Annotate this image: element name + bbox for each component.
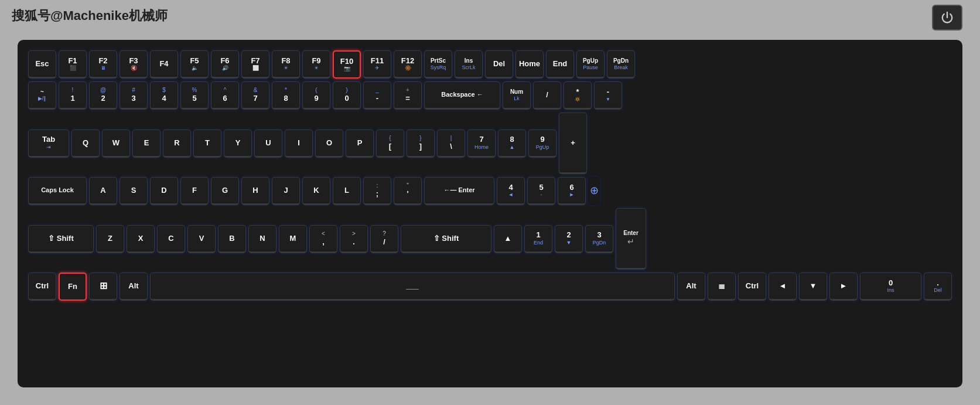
key-b[interactable]: B — [218, 225, 246, 253]
key-w[interactable]: W — [102, 130, 130, 158]
key-u[interactable]: U — [254, 130, 282, 158]
key-num2[interactable]: 2 ▼ — [555, 225, 583, 253]
key-f6[interactable]: F6 🔊 — [211, 50, 239, 79]
key-ctrl-l[interactable]: Ctrl — [28, 273, 56, 301]
key-rbracket[interactable]: } ] — [407, 130, 435, 158]
key-5[interactable]: % 5 — [180, 81, 209, 110]
key-num-slash[interactable]: / — [533, 81, 561, 110]
key-esc[interactable]: Esc — [28, 50, 56, 79]
key-numlk[interactable]: Num Lk — [503, 81, 531, 110]
key-l[interactable]: L — [333, 177, 361, 205]
key-backslash[interactable]: | \ — [437, 130, 465, 158]
key-left[interactable]: ◄ — [769, 273, 797, 301]
key-d[interactable]: D — [150, 177, 178, 205]
key-z[interactable]: Z — [96, 225, 124, 253]
key-f5[interactable]: F5 🔈 — [180, 50, 209, 79]
key-right[interactable]: ► — [829, 273, 858, 301]
key-quote[interactable]: " ' — [394, 177, 422, 205]
key-fn[interactable]: Fn — [59, 273, 87, 301]
key-8[interactable]: * 8 — [272, 81, 300, 110]
key-num9[interactable]: 9 PgUp — [528, 130, 556, 158]
key-f8[interactable]: F8 ☀ — [272, 50, 300, 79]
key-num0[interactable]: 0 Ins — [860, 273, 921, 301]
key-num1[interactable]: 1 End — [524, 225, 552, 253]
key-end[interactable]: End — [546, 50, 574, 79]
key-r[interactable]: R — [163, 130, 191, 158]
key-pgup[interactable]: PgUp Pause — [576, 50, 605, 79]
key-down[interactable]: ▼ — [799, 273, 827, 301]
key-q[interactable]: Q — [71, 130, 100, 158]
key-a[interactable]: A — [89, 177, 117, 205]
key-tilde[interactable]: ~ ▶/‖ — [28, 81, 56, 110]
key-num5[interactable]: 5 - — [527, 177, 555, 205]
key-v[interactable]: V — [187, 225, 216, 253]
key-caps-lock[interactable]: Caps Lock — [28, 177, 87, 205]
key-p[interactable]: P — [346, 130, 374, 158]
key-pgdn[interactable]: PgDn Break — [607, 50, 635, 79]
key-win[interactable]: ⊞ — [89, 273, 117, 301]
key-num6[interactable]: 6 ► — [558, 177, 586, 205]
key-num4[interactable]: 4 ◄ — [497, 177, 525, 205]
key-j[interactable]: J — [272, 177, 300, 205]
key-num3[interactable]: 3 PgDn — [585, 225, 613, 253]
key-n[interactable]: N — [248, 225, 276, 253]
key-o[interactable]: O — [315, 130, 343, 158]
key-num-minus[interactable]: - ▼ — [594, 81, 622, 110]
key-comma[interactable]: < , — [309, 225, 337, 253]
key-del[interactable]: Del — [485, 50, 513, 79]
key-semicolon[interactable]: : ; — [363, 177, 391, 205]
key-f7[interactable]: F7 ⬜ — [241, 50, 269, 79]
key-k[interactable]: K — [302, 177, 330, 205]
key-f[interactable]: F — [180, 177, 209, 205]
key-x[interactable]: X — [127, 225, 155, 253]
key-f9[interactable]: F9 ☀ — [302, 50, 330, 79]
key-space[interactable]: ___ — [150, 273, 675, 301]
key-alt-r[interactable]: Alt — [677, 273, 705, 301]
key-tab[interactable]: Tab ⇥ — [28, 130, 69, 158]
key-s[interactable]: S — [119, 177, 148, 205]
key-f2[interactable]: F2 🖥 — [89, 50, 117, 79]
key-up[interactable]: ▲ — [494, 225, 522, 253]
key-g[interactable]: G — [211, 177, 239, 205]
key-3[interactable]: # 3 — [119, 81, 148, 110]
key-h[interactable]: H — [241, 177, 269, 205]
key-num8[interactable]: 8 ▲ — [498, 130, 526, 158]
key-f3[interactable]: F3 🔇 — [119, 50, 148, 79]
key-f4[interactable]: F4 — [150, 50, 178, 79]
key-num-plus[interactable]: + — [559, 113, 587, 174]
key-f12[interactable]: F12 🔆 — [394, 50, 422, 79]
key-0[interactable]: ) 0 — [333, 81, 361, 110]
key-prtsc[interactable]: PrtSc SysRq — [424, 50, 452, 79]
key-num7[interactable]: 7 Home — [467, 130, 496, 158]
key-ctrl-r[interactable]: Ctrl — [738, 273, 766, 301]
key-2[interactable]: @ 2 — [89, 81, 117, 110]
key-slash[interactable]: ? / — [370, 225, 398, 253]
key-f11[interactable]: F11 ✈ — [363, 50, 391, 79]
key-4[interactable]: $ 4 — [150, 81, 178, 110]
key-lbracket[interactable]: { [ — [376, 130, 404, 158]
key-f1[interactable]: F1 ⬛ — [59, 50, 87, 79]
key-num-dot[interactable]: . Del — [924, 273, 952, 301]
key-num-star[interactable]: * 🔅 — [564, 81, 592, 110]
key-m[interactable]: M — [279, 225, 307, 253]
key-enter[interactable]: ←— Enter — [424, 177, 494, 205]
key-home[interactable]: Home — [515, 50, 544, 79]
power-button[interactable] — [932, 5, 962, 30]
key-i[interactable]: I — [285, 130, 313, 158]
key-menu[interactable]: ≣ — [708, 273, 736, 301]
key-9[interactable]: ( 9 — [302, 81, 330, 110]
key-num-enter[interactable]: Enter ↵ — [616, 208, 646, 270]
key-t[interactable]: T — [193, 130, 221, 158]
key-alt-l[interactable]: Alt — [119, 273, 148, 301]
key-shift-r[interactable]: ⇧ Shift — [401, 225, 491, 253]
key-c[interactable]: C — [157, 225, 185, 253]
key-6[interactable]: ^ 6 — [211, 81, 239, 110]
key-e[interactable]: E — [132, 130, 161, 158]
key-backspace[interactable]: Backspace ← — [424, 81, 500, 110]
key-shift-l[interactable]: ⇧ Shift — [28, 225, 94, 253]
key-7[interactable]: & 7 — [241, 81, 269, 110]
key-1[interactable]: ! 1 — [59, 81, 87, 110]
key-equals[interactable]: + = — [394, 81, 422, 110]
key-minus[interactable]: _ - — [363, 81, 391, 110]
key-y[interactable]: Y — [224, 130, 252, 158]
